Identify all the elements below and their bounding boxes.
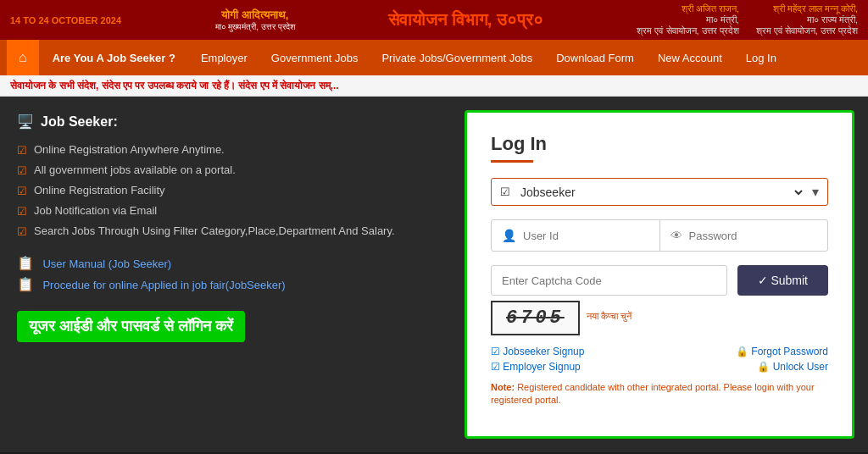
check-icon: ☑: [17, 164, 27, 177]
nav-govt-jobs[interactable]: Government Jobs: [259, 52, 370, 64]
employer-signup-link[interactable]: ☑ Employer Signup: [491, 361, 584, 373]
eye-icon: 👁: [670, 229, 682, 242]
list-item: 📋 Procedue for online Applied in job fai…: [17, 276, 448, 292]
note-content: Registered candidate with other integrat…: [491, 382, 815, 405]
job-fair-link[interactable]: Procedue for online Applied in job fair(…: [42, 279, 285, 291]
captcha-input[interactable]: [502, 274, 716, 287]
nav-jobseeker[interactable]: Are You A Job Seeker ?: [39, 52, 189, 64]
bottom-links: ☑ Jobseeker Signup ☑ Employer Signup 🔒 F…: [491, 346, 828, 373]
doc-icon: 📋: [17, 256, 34, 270]
submit-button[interactable]: ✓ Submit: [737, 265, 828, 296]
nav-new-account[interactable]: New Account: [646, 52, 734, 64]
job-seeker-heading: 🖥️ Job Seeker:: [17, 114, 448, 130]
forgot-password-link[interactable]: 🔒 Forgot Password: [736, 346, 828, 357]
list-item: ☑All government jobs available on a port…: [17, 163, 448, 177]
list-item: ☑Online Registration Facility: [17, 184, 448, 197]
password-input[interactable]: [689, 230, 818, 242]
nav-download-form[interactable]: Download Form: [544, 52, 646, 64]
dept-title: सेवायोजन विभाग, उ०प्र०: [388, 10, 543, 30]
top-header: 14 TO 24 OCTOBER 2024 योगी आदित्यनाथ, मा…: [0, 0, 868, 40]
job-seeker-icon: 🖥️: [17, 114, 34, 130]
check-icon: ☑: [17, 144, 27, 157]
check-icon: ☑: [17, 205, 27, 218]
doc-links: 📋 User Manual (Job Seeker) 📋 Procedue fo…: [17, 255, 448, 292]
main-content: 🖥️ Job Seeker: ☑Online Registration Anyw…: [0, 97, 868, 452]
doc-icon: 📋: [17, 277, 34, 291]
ticker-bar: सेवायोजन के सभी संदेश, संदेस एप पर उपलब्…: [0, 75, 868, 97]
jobseeker-signup-link[interactable]: ☑ Jobseeker Signup: [491, 346, 584, 357]
right-links: 🔒 Forgot Password 🔒 Unlock User: [736, 346, 828, 373]
unlock-user-link[interactable]: 🔒 Unlock User: [757, 361, 828, 373]
nav-private-jobs[interactable]: Private Jobs/Government Jobs: [370, 52, 544, 64]
userid-field[interactable]: 👤: [492, 220, 660, 251]
list-item: ☑Online Registration Anywhere Anytime.: [17, 143, 448, 157]
captcha-hint[interactable]: नया कैप्चा चुनें: [587, 311, 632, 322]
features-list: ☑Online Registration Anywhere Anytime. ☑…: [17, 143, 448, 238]
list-item: 📋 User Manual (Job Seeker): [17, 255, 448, 271]
nav-login[interactable]: Log In: [734, 52, 788, 64]
captcha-input-wrapper[interactable]: [491, 265, 727, 296]
signup-links: ☑ Jobseeker Signup ☑ Employer Signup: [491, 346, 584, 373]
check-icon: ☑: [17, 225, 27, 238]
list-item: ☑Job Notification via Email: [17, 204, 448, 218]
chevron-down-icon: ▾: [812, 184, 819, 200]
login-banner: यूजर आईडी और पासवर्ड से लॉगिन करें: [17, 311, 245, 342]
list-item: ☑Search Jobs Through Using Filter Catego…: [17, 224, 448, 238]
cm-info: योगी आदित्यनाथ, मा० मुख्यमंत्री, उत्तर प…: [215, 8, 295, 32]
role-dropdown[interactable]: Jobseeker Employer: [517, 185, 805, 200]
captcha-submit-row: 6705 नया कैप्चा चुनें ✓ Submit: [491, 265, 828, 335]
title-underline: [491, 160, 533, 163]
check-icon: ☑: [491, 346, 500, 357]
date-range: 14 TO 24 OCTOBER 2024: [10, 15, 121, 25]
nav-employer[interactable]: Employer: [189, 52, 259, 64]
captcha-section: 6705 नया कैप्चा चुनें: [491, 265, 727, 335]
home-button[interactable]: ⌂: [7, 40, 39, 75]
note-label: Note:: [491, 382, 515, 392]
role-selector[interactable]: ☑ Jobseeker Employer ▾: [491, 178, 828, 206]
officer1: श्री अजित राजन, मा० मंत्री, श्रम एवं सेव…: [637, 3, 738, 36]
userid-input[interactable]: [523, 230, 649, 242]
check-icon: ☑: [491, 361, 500, 373]
user-manual-link[interactable]: User Manual (Job Seeker): [42, 257, 171, 270]
left-panel: 🖥️ Job Seeker: ☑Online Registration Anyw…: [0, 97, 465, 452]
login-card: Log In ☑ Jobseeker Employer ▾ 👤 👁: [465, 110, 854, 439]
check-icon: ☑: [500, 185, 510, 198]
lock-icon: 🔒: [736, 346, 748, 357]
captcha-display: 6705: [491, 301, 580, 335]
password-field[interactable]: 👁: [660, 220, 828, 251]
user-icon: 👤: [502, 229, 516, 242]
officer2: श्री महेंद्र लाल मन्नू कोरी, मा० राज्य म…: [756, 3, 858, 36]
login-title: Log In: [491, 133, 828, 155]
check-icon: ☑: [17, 185, 27, 197]
note-text: Note: Registered candidate with other in…: [491, 381, 828, 407]
credentials-row: 👤 👁: [491, 219, 828, 252]
navbar: ⌂ Are You A Job Seeker ? Employer Govern…: [0, 40, 868, 75]
lock-icon: 🔒: [757, 361, 770, 373]
officers-info: श्री अजित राजन, मा० मंत्री, श्रम एवं सेव…: [637, 3, 858, 36]
